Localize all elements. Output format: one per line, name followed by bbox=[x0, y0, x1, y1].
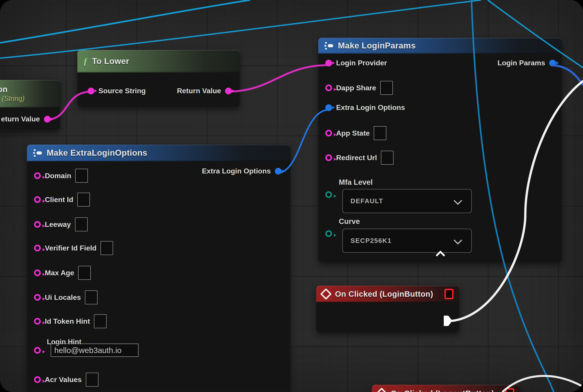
client-id-label: Client Id bbox=[45, 196, 73, 204]
dapp-share-value-box[interactable] bbox=[380, 81, 393, 95]
login-params-out-label: Login Params bbox=[498, 59, 545, 67]
node-on-clicked-login-header[interactable]: On Clicked (LoginButton) bbox=[316, 286, 459, 302]
mfa-level-pin[interactable] bbox=[325, 191, 332, 198]
exec-out-pin[interactable] bbox=[444, 316, 452, 326]
node-on-clicked-logout-header[interactable]: On Clicked (LogoutButton) bbox=[372, 385, 520, 392]
bound-event-icon[interactable] bbox=[444, 289, 454, 299]
id-token-hint-label: Id Token Hint bbox=[45, 317, 90, 326]
event-diamond-icon bbox=[320, 288, 332, 300]
ui-locales-value-box[interactable] bbox=[85, 290, 98, 304]
redirect-url-pin[interactable] bbox=[325, 154, 332, 161]
mfa-level-label: Mfa Level bbox=[339, 178, 372, 186]
node-make-extra-login-options[interactable]: Make ExtraLoginOptions Domain Client Id … bbox=[27, 145, 290, 392]
collapse-pins-icon[interactable] bbox=[437, 250, 444, 257]
return-value-pin[interactable] bbox=[225, 88, 232, 94]
redirect-url-label: Redirect Url bbox=[336, 154, 377, 162]
screenshot-stage: tion ox (String) eturn Value ƒ To Lower … bbox=[0, 0, 583, 392]
node-make-login-params-title: Make LoginParams bbox=[338, 41, 416, 50]
node-on-clicked-logout-title: On Clicked (LogoutButton) bbox=[390, 389, 494, 392]
dapp-share-pin[interactable] bbox=[325, 84, 332, 91]
event-diamond-icon bbox=[376, 388, 388, 392]
redirect-url-value-box[interactable] bbox=[381, 151, 394, 165]
login-params-out-pin[interactable] bbox=[549, 60, 556, 66]
app-state-pin[interactable] bbox=[325, 130, 332, 136]
login-provider-label: Login Provider bbox=[336, 59, 387, 67]
app-state-label: App State bbox=[336, 129, 370, 138]
make-struct-icon bbox=[33, 148, 42, 158]
extra-login-options-out-label: Extra Login Options bbox=[202, 167, 271, 175]
acr-values-value-box[interactable] bbox=[86, 373, 98, 386]
acr-values-label: Acr Values bbox=[45, 376, 82, 384]
curve-value: SECP256K1 bbox=[350, 237, 392, 244]
bound-event-icon[interactable] bbox=[505, 388, 514, 392]
return-value-label: Return Value bbox=[177, 87, 221, 95]
ui-locales-pin[interactable] bbox=[34, 294, 41, 301]
node-on-clicked-login-title: On Clicked (LoginButton) bbox=[335, 290, 433, 298]
node-on-clicked-logout[interactable]: On Clicked (LogoutButton) bbox=[372, 385, 520, 392]
node-clipped-function-header[interactable]: tion ox (String) bbox=[0, 80, 60, 108]
domain-pin[interactable] bbox=[34, 172, 41, 179]
ui-locales-label: Ui Locales bbox=[45, 293, 81, 302]
verifier-id-field-pin[interactable] bbox=[34, 245, 41, 252]
extra-login-options-in-label: Extra Login Options bbox=[336, 104, 405, 112]
node-make-login-params[interactable]: Make LoginParams Login Provider Login Pa… bbox=[318, 38, 562, 262]
domain-value-box[interactable] bbox=[75, 169, 88, 183]
client-id-pin[interactable] bbox=[34, 196, 41, 203]
node-to-lower[interactable]: ƒ To Lower Source String Return Value bbox=[77, 50, 240, 107]
acr-values-pin[interactable] bbox=[34, 376, 41, 383]
id-token-hint-pin[interactable] bbox=[34, 318, 41, 325]
source-string-label: Source String bbox=[98, 87, 146, 95]
function-icon: ƒ bbox=[83, 56, 88, 67]
curve-label: Curve bbox=[339, 217, 360, 226]
verifier-id-field-value-box[interactable] bbox=[100, 241, 113, 255]
node-to-lower-title: To Lower bbox=[92, 56, 129, 66]
client-id-value-box[interactable] bbox=[77, 192, 90, 206]
curve-pin[interactable] bbox=[325, 230, 332, 237]
max-age-pin[interactable] bbox=[34, 270, 41, 276]
login-provider-pin[interactable] bbox=[325, 60, 332, 66]
dapp-share-label: Dapp Share bbox=[336, 84, 376, 92]
leeway-value-box[interactable] bbox=[75, 218, 88, 231]
app-state-value-box[interactable] bbox=[374, 126, 386, 140]
leeway-pin[interactable] bbox=[34, 221, 41, 228]
extra-login-options-in-pin[interactable] bbox=[325, 104, 332, 111]
clipped-return-value-label: eturn Value bbox=[1, 115, 40, 123]
id-token-hint-value-box[interactable] bbox=[94, 314, 106, 328]
blueprint-graph-canvas[interactable]: tion ox (String) eturn Value ƒ To Lower … bbox=[0, 0, 583, 392]
node-make-extra-login-options-header[interactable]: Make ExtraLoginOptions bbox=[27, 145, 290, 161]
verifier-id-field-label: Verifier Id Field bbox=[45, 244, 96, 252]
wire-string-tolower-to-provider[interactable] bbox=[226, 65, 329, 92]
node-to-lower-header[interactable]: ƒ To Lower bbox=[77, 50, 240, 72]
mfa-level-value: DEFAULT bbox=[350, 197, 384, 205]
node-make-login-params-header[interactable]: Make LoginParams bbox=[318, 38, 562, 54]
make-struct-icon bbox=[324, 41, 334, 50]
chevron-down-icon bbox=[454, 236, 462, 244]
source-string-pin[interactable] bbox=[88, 88, 94, 94]
node-clipped-function-title: tion bbox=[0, 85, 8, 94]
login-hint-input[interactable] bbox=[51, 344, 138, 357]
node-on-clicked-login[interactable]: On Clicked (LoginButton) bbox=[316, 286, 459, 332]
wire-cyan-topleft-1[interactable] bbox=[0, 0, 250, 43]
clipped-return-value-pin[interactable] bbox=[44, 116, 51, 122]
chevron-down-icon bbox=[454, 196, 462, 205]
leeway-label: Leeway bbox=[45, 220, 71, 229]
node-clipped-function-subtitle: ox (String) bbox=[0, 94, 24, 103]
node-clipped-function[interactable]: tion ox (String) eturn Value bbox=[0, 80, 60, 130]
max-age-label: Max Age bbox=[45, 269, 74, 277]
mfa-level-dropdown[interactable]: DEFAULT bbox=[342, 189, 472, 213]
extra-login-options-out-pin[interactable] bbox=[275, 168, 282, 174]
domain-label: Domain bbox=[45, 172, 71, 180]
wire-string-2-glow bbox=[226, 65, 329, 92]
node-make-extra-login-options-title: Make ExtraLoginOptions bbox=[47, 148, 147, 158]
max-age-value-box[interactable] bbox=[78, 266, 91, 280]
curve-dropdown[interactable]: SECP256K1 bbox=[342, 229, 472, 253]
login-hint-pin[interactable] bbox=[34, 347, 41, 354]
